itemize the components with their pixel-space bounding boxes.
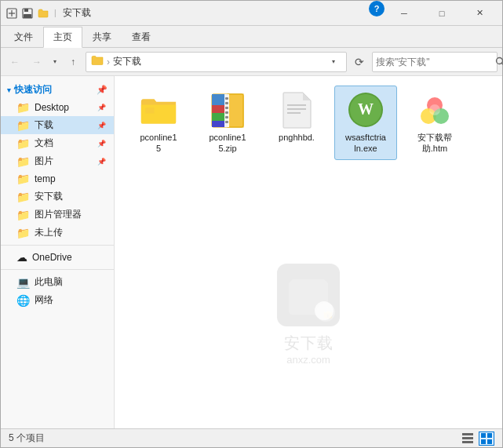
tab-view[interactable]: 查看 bbox=[122, 27, 161, 47]
desktop-icon: 📁 bbox=[16, 101, 30, 114]
file-item-exe[interactable]: W wsasftctrialn.exe bbox=[334, 86, 397, 160]
tab-home[interactable]: 主页 bbox=[43, 27, 82, 48]
picmanager-icon: 📁 bbox=[16, 209, 30, 221]
sidebar: ▾ 快速访问 📌 📁 Desktop 📌 📁 下载 📌 📁 文档 📌 📁 bbox=[1, 76, 115, 428]
exe-file-icon: W bbox=[347, 91, 385, 129]
svg-rect-24 bbox=[225, 107, 228, 109]
svg-rect-44 bbox=[487, 439, 492, 444]
sidebar-item-computer[interactable]: 💻 此电脑 bbox=[1, 273, 114, 291]
sidebar-item-anxiazai[interactable]: 📁 安下载 bbox=[1, 188, 114, 206]
titlebar-icons: | bbox=[5, 7, 58, 20]
doc-file-icon bbox=[278, 91, 315, 129]
svg-rect-39 bbox=[462, 437, 473, 439]
svg-rect-11 bbox=[145, 107, 154, 113]
sidebar-network-label: 网络 bbox=[35, 293, 106, 307]
file-label-doc: pnghhbd. bbox=[279, 132, 315, 143]
explorer-window: | 安下载 ? ─ □ ✕ 文件 主页 共享 查看 ← → ▾ ↑ bbox=[0, 0, 503, 448]
sidebar-item-desktop[interactable]: 📁 Desktop 📌 bbox=[1, 99, 114, 116]
search-button[interactable] bbox=[495, 54, 503, 70]
forward-button[interactable]: → bbox=[27, 53, 46, 71]
sidebar-downloads-label: 下载 bbox=[35, 118, 93, 132]
file-item-doc[interactable]: pnghhbd. bbox=[265, 86, 328, 148]
close-button[interactable]: ✕ bbox=[461, 1, 498, 26]
sidebar-item-pictures[interactable]: 📁 图片 📌 bbox=[1, 152, 114, 170]
tab-file[interactable]: 文件 bbox=[4, 27, 43, 47]
titlebar: | 安下载 ? ─ □ ✕ bbox=[1, 1, 502, 26]
titlebar-save-icon[interactable] bbox=[21, 7, 34, 20]
watermark: 🔒 安下载 anxz.com bbox=[277, 264, 340, 366]
svg-rect-23 bbox=[225, 102, 228, 104]
search-input[interactable] bbox=[376, 56, 494, 67]
svg-rect-8 bbox=[277, 264, 340, 326]
onedrive-icon: ☁ bbox=[16, 251, 27, 264]
main-content: ▾ 快速访问 📌 📁 Desktop 📌 📁 下载 📌 📁 文档 📌 📁 bbox=[1, 76, 502, 428]
downloads-icon: 📁 bbox=[16, 119, 30, 132]
notupload-icon: 📁 bbox=[16, 227, 30, 239]
tab-share[interactable]: 共享 bbox=[82, 27, 122, 47]
up-button[interactable]: ↑ bbox=[64, 53, 82, 71]
svg-point-9 bbox=[316, 303, 335, 322]
svg-rect-19 bbox=[228, 94, 243, 127]
titlebar-folder-icon[interactable] bbox=[37, 7, 49, 20]
sidebar-temp-label: temp bbox=[35, 173, 106, 184]
file-label-htm: 安下载帮助.htm bbox=[417, 132, 452, 155]
folder-file-icon bbox=[140, 91, 177, 129]
address-bar[interactable]: › 安下载 ▾ bbox=[86, 52, 347, 72]
svg-rect-43 bbox=[481, 439, 486, 444]
nav-drop-button[interactable]: ▾ bbox=[49, 53, 60, 71]
statusbar: 5 个项目 bbox=[1, 428, 502, 447]
address-path: › 安下载 bbox=[91, 55, 323, 68]
sidebar-item-network[interactable]: 🌐 网络 bbox=[1, 291, 114, 309]
watermark-icon: 🔒 bbox=[277, 264, 340, 326]
sidebar-item-onedrive[interactable]: ☁ OneDrive bbox=[1, 249, 114, 266]
svg-text:🔒: 🔒 bbox=[321, 306, 335, 319]
address-dropdown-button[interactable]: ▾ bbox=[326, 53, 341, 71]
pictures-icon: 📁 bbox=[16, 155, 30, 168]
view-list-button[interactable] bbox=[460, 432, 476, 446]
statusbar-count: 5 个项目 bbox=[9, 432, 45, 445]
zip-file-icon bbox=[209, 91, 246, 129]
svg-rect-25 bbox=[225, 111, 228, 114]
file-item-htm[interactable]: 安下载帮助.htm bbox=[403, 86, 466, 160]
sidebar-computer-label: 此电脑 bbox=[35, 275, 106, 289]
file-item-zip[interactable]: pconline15.zip bbox=[196, 86, 259, 160]
desktop-pin-icon: 📌 bbox=[97, 104, 106, 111]
sidebar-item-notupload[interactable]: 📁 未上传 bbox=[1, 224, 114, 242]
documents-icon: 📁 bbox=[16, 137, 30, 150]
file-label-exe: wsasftctrialn.exe bbox=[345, 132, 386, 155]
svg-text:W: W bbox=[358, 100, 374, 118]
info-button[interactable]: ? bbox=[369, 1, 385, 16]
svg-rect-5 bbox=[24, 14, 31, 18]
sidebar-item-downloads[interactable]: 📁 下载 📌 bbox=[1, 116, 114, 134]
file-area: 🔒 安下载 anxz.com pcon bbox=[115, 76, 502, 428]
address-current[interactable]: 安下载 bbox=[113, 55, 141, 68]
sidebar-documents-label: 文档 bbox=[35, 137, 93, 150]
refresh-button[interactable]: ⟳ bbox=[350, 52, 369, 72]
titlebar-new-icon[interactable] bbox=[5, 7, 18, 20]
sidebar-item-temp[interactable]: 📁 temp bbox=[1, 170, 114, 188]
temp-icon: 📁 bbox=[16, 173, 30, 185]
files-grid: pconline15 bbox=[127, 86, 490, 160]
svg-rect-4 bbox=[24, 9, 28, 12]
minimize-button[interactable]: ─ bbox=[386, 1, 422, 26]
downloads-pin-icon: 📌 bbox=[97, 122, 106, 129]
pictures-pin-icon: 📌 bbox=[97, 158, 106, 166]
back-button[interactable]: ← bbox=[5, 53, 24, 71]
watermark-text: 安下载 bbox=[284, 333, 334, 354]
svg-rect-38 bbox=[462, 433, 473, 435]
file-item-folder[interactable]: pconline15 bbox=[127, 86, 190, 160]
quick-access-title[interactable]: ▾ 快速访问 📌 bbox=[1, 81, 114, 99]
htm-file-icon bbox=[416, 91, 454, 129]
sidebar-item-documents[interactable]: 📁 文档 📌 bbox=[1, 134, 114, 152]
sidebar-item-picmanager[interactable]: 📁 图片管理器 bbox=[1, 206, 114, 224]
quick-access-pin-icon: 📌 bbox=[97, 85, 108, 95]
sidebar-divider-2 bbox=[1, 269, 114, 270]
view-grid-button[interactable] bbox=[479, 432, 494, 446]
anxiazai-icon: 📁 bbox=[16, 191, 30, 203]
watermark-subtext: anxz.com bbox=[286, 354, 330, 366]
titlebar-controls: ? ─ □ ✕ bbox=[369, 1, 498, 26]
file-label-zip: pconline15.zip bbox=[209, 132, 246, 155]
quick-access-label: 快速访问 bbox=[14, 83, 52, 97]
maximize-button[interactable]: □ bbox=[424, 1, 460, 26]
ribbon-tabs: 文件 主页 共享 查看 bbox=[1, 26, 502, 48]
